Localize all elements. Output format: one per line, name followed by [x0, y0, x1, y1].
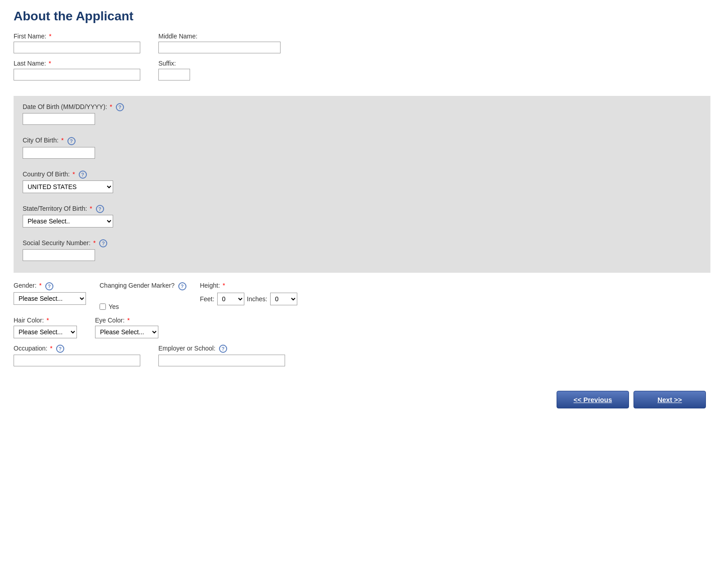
ssn-label: Social Security Number: * ?: [23, 239, 701, 247]
dob-input[interactable]: [23, 113, 95, 125]
middle-name-label: Middle Name:: [158, 33, 281, 40]
occupation-input[interactable]: [14, 355, 140, 366]
city-required: *: [61, 137, 63, 144]
next-button[interactable]: Next >>: [634, 391, 706, 408]
state-of-birth-select[interactable]: Please Select..AlabamaAlaskaArizonaArkan…: [23, 215, 113, 228]
suffix-input[interactable]: [158, 69, 190, 81]
hair-color-select[interactable]: Please Select...BlackBrownBlondeRedGrayW…: [14, 326, 77, 338]
inches-select[interactable]: 01234567891011: [270, 293, 297, 305]
previous-button[interactable]: << Previous: [557, 391, 629, 408]
occupation-required: *: [50, 345, 52, 352]
height-label: Height: *: [200, 282, 297, 289]
ssn-input[interactable]: [23, 249, 95, 261]
changing-gender-label: Changing Gender Marker? ?: [100, 282, 186, 290]
first-name-required: *: [49, 33, 51, 40]
eye-color-label: Eye Color: *: [95, 317, 158, 324]
state-of-birth-label: State/Territory Of Birth: * ?: [23, 205, 701, 213]
employer-help-icon[interactable]: ?: [219, 345, 227, 353]
employer-input[interactable]: [158, 355, 285, 366]
ssn-required: *: [93, 239, 95, 247]
state-required: *: [90, 205, 92, 212]
suffix-label: Suffix:: [158, 60, 190, 67]
feet-select[interactable]: 012345678: [217, 293, 244, 305]
eye-color-select[interactable]: Please Select...BrownBlueGreenHazelGrayO…: [95, 326, 158, 338]
changing-gender-checkbox[interactable]: [100, 303, 106, 310]
hair-required: *: [47, 317, 49, 324]
hair-color-label: Hair Color: *: [14, 317, 77, 324]
last-name-input[interactable]: [14, 69, 140, 81]
employer-label: Employer or School: ?: [158, 345, 285, 353]
state-help-icon[interactable]: ?: [96, 205, 104, 213]
dob-label: Date Of Birth (MM/DD/YYYY): * ?: [23, 103, 701, 111]
gender-required: *: [39, 282, 41, 289]
changing-gender-help-icon[interactable]: ?: [178, 282, 186, 290]
last-name-required: *: [48, 60, 51, 67]
inches-label: Inches:: [247, 295, 267, 303]
city-of-birth-label: City Of Birth: * ?: [23, 137, 701, 145]
country-of-birth-label: Country Of Birth: * ?: [23, 171, 701, 179]
dob-help-icon[interactable]: ?: [116, 103, 124, 111]
city-help-icon[interactable]: ?: [67, 137, 76, 145]
yes-label: Yes: [109, 303, 119, 310]
gender-select[interactable]: Please Select...MaleFemaleNon-binaryX: [14, 292, 86, 305]
page-title: About the Applicant: [14, 9, 710, 24]
ssn-help-icon[interactable]: ?: [99, 239, 107, 247]
eye-required: *: [127, 317, 129, 324]
gender-label: Gender: * ?: [14, 282, 86, 290]
dob-required: *: [110, 103, 112, 110]
city-of-birth-input[interactable]: [23, 147, 95, 159]
middle-name-input[interactable]: [158, 42, 281, 53]
first-name-label: First Name: *: [14, 33, 140, 40]
occupation-label: Occupation: * ?: [14, 345, 140, 353]
occupation-help-icon[interactable]: ?: [56, 345, 64, 353]
country-of-birth-select[interactable]: UNITED STATESCANADAMEXICOOTHER: [23, 180, 113, 193]
feet-label: Feet:: [200, 295, 214, 303]
gender-help-icon[interactable]: ?: [45, 282, 53, 290]
country-required: *: [72, 171, 75, 178]
height-required: *: [223, 282, 225, 289]
country-help-icon[interactable]: ?: [79, 171, 87, 179]
last-name-label: Last Name: *: [14, 60, 140, 67]
first-name-input[interactable]: [14, 42, 140, 53]
